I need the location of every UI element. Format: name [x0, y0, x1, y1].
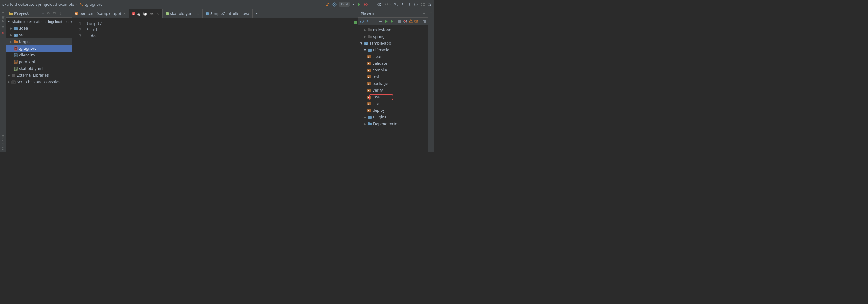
activity-bar-bottom: OpenShift — [1, 133, 5, 151]
git-branch-icon[interactable] — [394, 2, 398, 7]
maven-clean[interactable]: ▶ clean — [358, 54, 428, 60]
right-strip-icon[interactable]: ≡ — [429, 10, 432, 15]
tree-gitignore[interactable]: ▶ gi .gitignore — [6, 45, 71, 52]
maven-sample-app[interactable]: ▼ m sample-app — [358, 40, 428, 47]
more-icon[interactable]: ⋮ — [58, 11, 63, 16]
svg-marker-7 — [352, 4, 354, 5]
maven-site[interactable]: ▶ site — [358, 100, 428, 107]
structure-icon[interactable]: ≡ — [1, 25, 5, 29]
tree-target[interactable]: ▶ target — [6, 38, 71, 45]
src-folder-icon: s — [14, 33, 18, 37]
svg-rect-38 — [14, 41, 18, 43]
maven-toggle-btn[interactable] — [398, 19, 402, 24]
milestone-folder-icon — [368, 28, 372, 32]
tab-gitignore[interactable]: g .gitignore × — [129, 9, 163, 18]
maven-minimize-icon[interactable]: − — [423, 11, 426, 15]
line-num-3: 3 — [73, 33, 81, 39]
maven-lifecycle[interactable]: ▼ Lifecycle — [358, 47, 428, 54]
dependencies-icon — [368, 122, 372, 126]
maven-plugins[interactable]: ▶ Plugins — [358, 114, 428, 121]
svg-marker-65 — [367, 21, 368, 21]
maven-add-btn[interactable] — [379, 19, 383, 24]
client-iml-label: client.iml — [19, 53, 36, 57]
svg-rect-92 — [368, 36, 372, 38]
env-chevron-icon[interactable] — [352, 3, 354, 6]
maven-collapse-btn[interactable] — [422, 19, 426, 24]
tree-src[interactable]: ▶ s src — [6, 32, 71, 38]
maven-validate[interactable]: ▶ validate — [358, 60, 428, 67]
svg-rect-90 — [368, 29, 372, 31]
minimize-icon[interactable]: − — [64, 11, 69, 16]
hammer-icon[interactable] — [326, 2, 330, 7]
tree-root[interactable]: ▼ skaffold-dekorate-springcloud-example … — [6, 18, 71, 25]
project-folder-icon — [8, 11, 13, 15]
skaffold-tab-close[interactable]: × — [197, 12, 199, 15]
pom-tab-close[interactable]: × — [123, 12, 126, 15]
gitignore-tab-icon: g — [132, 12, 135, 15]
project-dropdown-icon[interactable] — [41, 12, 44, 15]
maven-offline-btn[interactable] — [403, 19, 407, 24]
grid-icon[interactable] — [421, 2, 425, 7]
git-history-icon[interactable] — [414, 2, 418, 7]
git-pull-icon[interactable] — [407, 2, 411, 7]
svg-rect-33 — [14, 28, 18, 30]
maven-verify[interactable]: ▶ verify — [358, 87, 428, 94]
project-tool[interactable]: Project — [1, 10, 5, 23]
gitignore-label: .gitignore — [19, 46, 36, 50]
spring-arrow: ▶ — [363, 35, 367, 38]
code-area[interactable]: target/ *.iml .idea — [83, 18, 353, 152]
tree-ext-libs[interactable]: ▶ External Libraries — [6, 72, 71, 79]
maven-dependencies[interactable]: ▶ Dependencies — [358, 121, 428, 127]
plugins-label: Plugins — [373, 115, 386, 119]
coverage-icon[interactable] — [370, 2, 375, 7]
maven-generate-btn[interactable] — [409, 19, 413, 24]
settings-diamond-icon[interactable] — [332, 2, 337, 7]
maven-milestone[interactable]: ▶ milestone — [358, 27, 428, 33]
env-badge[interactable]: DEV — [339, 2, 350, 7]
clean-exec-icon: ▶ — [367, 55, 371, 59]
maven-spring[interactable]: ▶ spring — [358, 33, 428, 40]
maven-test[interactable]: ▶ test — [358, 73, 428, 80]
maven-deploy[interactable]: ▶ deploy — [358, 107, 428, 114]
project-title: Project — [14, 11, 40, 15]
bookmarks-icon[interactable]: ◈ — [2, 31, 4, 35]
tab-skaffold[interactable]: skaffold.yaml × — [163, 9, 203, 18]
line-num-2: 2 — [73, 27, 81, 33]
search-icon[interactable] — [427, 2, 432, 7]
ext-arrow: ▶ — [7, 74, 10, 77]
idea-folder-icon — [14, 26, 18, 31]
openshift-tool[interactable]: OpenShift — [1, 133, 5, 151]
cog-icon[interactable]: ⚙ — [46, 11, 51, 16]
maven-compile[interactable]: ▶ compile — [358, 67, 428, 73]
maven-package[interactable]: ▶ package — [358, 80, 428, 87]
tree-scratches[interactable]: ▶ Scratches and Consoles — [6, 79, 71, 86]
sample-app-icon: m — [364, 41, 368, 45]
line-num-1: 1 — [73, 21, 81, 27]
maven-more-icon[interactable]: ⋮ — [417, 11, 421, 16]
run-icon[interactable] — [357, 2, 361, 7]
git-push-icon[interactable] — [400, 2, 405, 7]
lifecycle-label: Lifecycle — [373, 48, 390, 52]
collapse-icon[interactable]: ⊟ — [52, 11, 57, 16]
tab-pom[interactable]: M pom.xml (sample-app) × — [72, 9, 129, 18]
tree-idea[interactable]: ▶ .idea — [6, 25, 71, 32]
debug-icon[interactable] — [364, 2, 368, 7]
gitignore-tab-close[interactable]: × — [156, 12, 159, 15]
maven-install[interactable]: ▶ install — [358, 94, 428, 100]
tree-pom[interactable]: ▶ pom pom.xml — [6, 59, 71, 65]
tab-more[interactable] — [253, 9, 261, 18]
yaml-tab-icon — [166, 12, 169, 15]
tree-client-iml[interactable]: ▶ iml client.iml — [6, 52, 71, 59]
maven-run-tests-btn[interactable] — [390, 19, 394, 24]
maven-execute-btn[interactable] — [414, 19, 418, 24]
svg-marker-71 — [385, 20, 388, 23]
svg-rect-58 — [166, 12, 169, 15]
tab-simplecontroller[interactable]: J SimpleController.java — [203, 9, 253, 18]
profile-icon[interactable] — [377, 2, 381, 7]
maven-download-btn[interactable] — [371, 19, 375, 24]
tree-skaffold[interactable]: ▶ yml skaffold.yaml — [6, 65, 71, 72]
maven-refresh-btn[interactable] — [360, 19, 364, 24]
svg-rect-117 — [368, 116, 372, 119]
maven-run-btn[interactable] — [384, 19, 389, 24]
maven-reimport-btn[interactable] — [365, 19, 370, 24]
